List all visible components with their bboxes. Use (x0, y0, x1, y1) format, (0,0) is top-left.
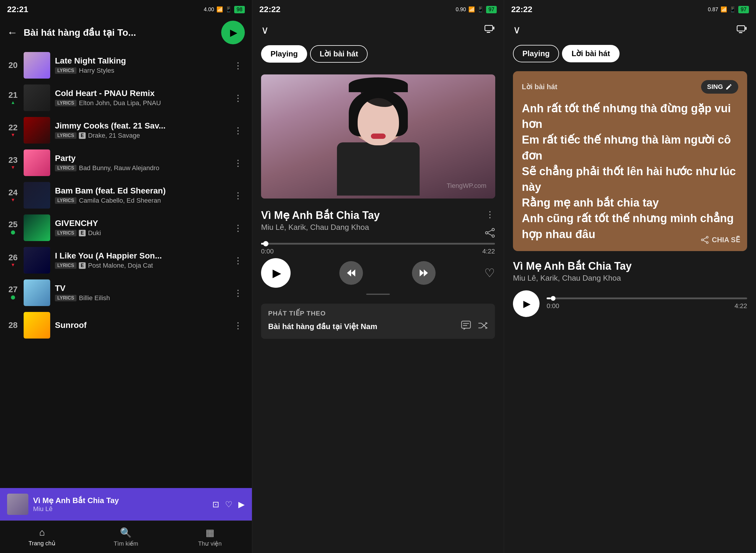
tab-playing[interactable]: Playing (261, 45, 307, 63)
album-thumb (24, 52, 50, 79)
more-options-button[interactable]: ⋮ (486, 209, 494, 220)
status-bar-3: 22:22 0.87 📶 📱 97 (504, 0, 756, 18)
next-up-title: Bài hát hàng đầu tại Việt Nam (268, 322, 377, 331)
more-button[interactable]: ⋮ (231, 90, 245, 105)
lyrics-tabs: Playing Lời bài hát (504, 42, 756, 68)
list-item[interactable]: 26 ▼ I Like You (A Happier Son... LYRICS… (0, 244, 252, 276)
panel-lyrics: 22:22 0.87 📶 📱 97 ∨ Playing Lời bài hát … (504, 0, 756, 553)
skip-forward-button[interactable] (412, 261, 436, 285)
p3-progress-bar[interactable] (547, 298, 747, 299)
svg-rect-23 (745, 27, 747, 30)
album-thumb (24, 117, 50, 144)
tab-playing-3[interactable]: Playing (513, 45, 559, 62)
song-info: Cold Heart - PNAU Remix LYRICS Elton Joh… (55, 89, 227, 107)
back-button[interactable]: ← (7, 26, 18, 39)
progress-container[interactable]: 0:00 4:22 (252, 243, 504, 255)
song-rank: 20 (7, 61, 19, 70)
nav-search-label: Tìm kiếm (114, 540, 138, 547)
album-art: TiengWP.com (261, 74, 495, 199)
tab-lyrics-3[interactable]: Lời bài hát (562, 45, 619, 62)
chat-icon[interactable] (461, 320, 471, 333)
song-rank: 24 ▼ (7, 188, 19, 203)
song-rank: 25 (7, 220, 19, 236)
song-info: I Like You (A Happier Son... LYRICS E Po… (55, 251, 227, 269)
svg-line-29 (703, 240, 706, 242)
progress-bar[interactable] (261, 243, 495, 245)
more-button[interactable]: ⋮ (231, 285, 245, 300)
p3-play-button[interactable] (513, 290, 539, 317)
list-item[interactable]: 21 ▲ Cold Heart - PNAU Remix LYRICS Elto… (0, 82, 252, 114)
song-info: Late Night Talking LYRICS Harry Styles (55, 56, 227, 74)
tab-lyrics[interactable]: Lời bài hát (310, 45, 367, 63)
list-item[interactable]: 23 ▼ Party LYRICS Bad Bunny, Rauw Alejan… (0, 147, 252, 179)
svg-point-25 (706, 236, 708, 238)
album-thumb (24, 182, 50, 209)
battery-icon-3: 97 (738, 6, 749, 13)
list-item[interactable]: 27 TV LYRICS Billie Eilish ⋮ (0, 276, 252, 309)
svg-rect-12 (461, 321, 471, 328)
song-title-area: Vì Mẹ Anh Bắt Chia Tay Miu Lê, Karik, Ch… (252, 205, 504, 243)
more-button[interactable]: ⋮ (231, 318, 245, 333)
mini-play-icon[interactable]: ▶ (238, 499, 245, 509)
minimize-button[interactable]: ∨ (261, 24, 269, 36)
p3-progress-dot (551, 296, 556, 301)
nav-home[interactable]: ⌂ Trang chủ (0, 521, 84, 553)
bottom-navigation: ⌂ Trang chủ 🔍 Tìm kiếm ▦ Thư viện (0, 521, 252, 553)
share-button[interactable] (485, 228, 495, 240)
shuffle-icon[interactable] (477, 320, 488, 333)
svg-line-6 (488, 230, 492, 232)
svg-rect-1 (493, 26, 494, 29)
nav-library[interactable]: ▦ Thư viện (168, 521, 252, 553)
wifi-icon-2: 📶 (469, 6, 475, 13)
nav-search[interactable]: 🔍 Tìm kiếm (84, 521, 168, 553)
more-button[interactable]: ⋮ (231, 58, 245, 73)
skip-back-button[interactable] (339, 261, 363, 285)
sing-button[interactable]: SING (701, 80, 738, 94)
total-time: 4:22 (482, 248, 495, 255)
svg-point-4 (486, 232, 488, 234)
minimize-button-3[interactable]: ∨ (513, 24, 521, 36)
more-button[interactable]: ⋮ (231, 123, 245, 138)
song-rank: 27 (7, 285, 19, 301)
song-rank: 28 (7, 320, 19, 330)
svg-marker-11 (420, 269, 424, 276)
more-button[interactable]: ⋮ (231, 220, 245, 235)
favorite-icon[interactable]: ♡ (225, 499, 232, 509)
device-button-3[interactable] (737, 24, 747, 36)
status-time-1: 22:21 (7, 5, 28, 14)
list-item[interactable]: 24 ▼ Bam Bam (feat. Ed Sheeran) LYRICS C… (0, 179, 252, 212)
favorite-button[interactable]: ♡ (484, 266, 495, 280)
svg-point-5 (492, 235, 494, 237)
more-button[interactable]: ⋮ (231, 155, 245, 170)
mini-player[interactable]: Vì Mẹ Anh Bắt Chia Tay Miu Lê ⊡ ♡ ▶ (0, 488, 252, 521)
chia-se-button[interactable]: CHIA SẼ (701, 236, 740, 244)
svg-rect-2 (487, 32, 490, 33)
current-time: 0:00 (261, 248, 274, 255)
svg-point-3 (492, 228, 494, 231)
next-up-controls (461, 320, 488, 333)
p3-progress-fill (547, 298, 551, 299)
song-info: Bam Bam (feat. Ed Sheeran) LYRICS Camila… (55, 186, 227, 205)
list-item[interactable]: 25 GIVENCHY LYRICS E Duki ⋮ (0, 212, 252, 244)
panel-now-playing: 22:22 0.90 📶 📱 97 ∨ Playing Lời bài hát (252, 0, 504, 553)
list-item[interactable]: 22 ▼ Jimmy Cooks (feat. 21 Sav... LYRICS… (0, 114, 252, 147)
progress-dot (263, 241, 268, 246)
player-tabs: Playing Lời bài hát (252, 42, 504, 69)
svg-marker-9 (351, 269, 355, 276)
more-button[interactable]: ⋮ (231, 188, 245, 203)
mini-song-title: Vì Mẹ Anh Bắt Chia Tay (33, 496, 207, 505)
status-time-2: 22:22 (259, 5, 280, 14)
battery-icon: 98 (234, 6, 245, 13)
signal-icon: 📱 (225, 6, 232, 13)
player-header: ∨ (252, 18, 504, 42)
home-icon: ⌂ (39, 527, 45, 538)
list-item[interactable]: 20 Late Night Talking LYRICS Harry Style… (0, 49, 252, 82)
speed-indicator-1: 4.00 (204, 6, 214, 13)
list-item[interactable]: 28 Sunroof ⋮ (0, 309, 252, 341)
status-bar-2: 22:22 0.90 📶 📱 97 (252, 0, 504, 18)
play-pause-button[interactable] (261, 258, 290, 288)
device-connect-icon[interactable]: ⊡ (212, 499, 219, 509)
play-all-button[interactable] (221, 21, 245, 44)
more-button[interactable]: ⋮ (231, 253, 245, 268)
device-button[interactable] (484, 24, 495, 36)
